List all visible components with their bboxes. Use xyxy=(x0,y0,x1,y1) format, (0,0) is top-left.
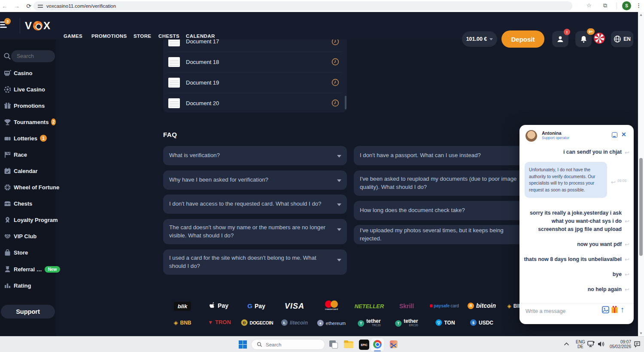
nav-link-games[interactable]: GAMES xyxy=(64,33,82,39)
faq-item[interactable]: I've been asked to reupload my documents… xyxy=(354,170,538,196)
sidebar-item-calendar[interactable]: Calendar xyxy=(0,164,56,177)
document-row[interactable]: Document 18 xyxy=(163,52,347,72)
taskbar-search[interactable] xyxy=(251,339,325,350)
address-bar[interactable]: voxcasino11.com/en/verification xyxy=(33,1,572,11)
slot-machine-icon xyxy=(4,70,11,77)
nav-link-calendar[interactable]: CALENDAR xyxy=(186,33,215,39)
faq-item[interactable]: I've uploaded my photos several times, b… xyxy=(354,225,538,244)
reply-icon[interactable]: ↩ xyxy=(625,286,629,293)
faq-item[interactable]: The card doesn't show my name or the num… xyxy=(163,219,347,244)
reply-icon[interactable]: ↩ xyxy=(625,218,629,225)
snipping-tool-icon[interactable] xyxy=(389,340,399,350)
sidebar-item-casino[interactable]: Casino xyxy=(0,67,56,79)
faq-item[interactable]: What is verification? xyxy=(163,146,347,165)
documents-scrollbar-thumb[interactable] xyxy=(345,96,346,109)
browser-forward-icon[interactable]: → xyxy=(13,2,21,10)
calendar-icon xyxy=(4,167,11,175)
volume-icon[interactable] xyxy=(598,341,605,347)
sidebar-search-input[interactable] xyxy=(11,50,55,62)
scroll-down-icon[interactable]: ▼ xyxy=(639,331,643,335)
balance-dropdown[interactable]: 101.00 € xyxy=(462,31,497,47)
payment-dogecoin: Ð DOGECOIN xyxy=(241,319,273,326)
sidebar-item-store[interactable]: Store xyxy=(0,246,56,259)
windows-start-icon[interactable] xyxy=(239,340,247,349)
vox-logo[interactable]: V X xyxy=(25,20,51,32)
bonus-candy-icon[interactable] xyxy=(594,33,605,44)
reply-icon[interactable]: ↩ xyxy=(625,271,629,278)
faq-item[interactable]: I don't have access to the requested car… xyxy=(163,194,347,214)
chat-message-input[interactable] xyxy=(526,305,590,317)
document-row[interactable]: Document 20 xyxy=(163,93,347,113)
notifications-button[interactable]: 9+ xyxy=(575,31,592,47)
sidebar-item-chests[interactable]: Chests xyxy=(0,197,56,210)
sidebar-item-promotions[interactable]: Promotions xyxy=(0,99,56,112)
file-explorer-icon[interactable] xyxy=(343,340,354,350)
sidebar-item-race[interactable]: Race xyxy=(0,148,56,161)
reply-icon[interactable]: ↩ xyxy=(611,179,616,185)
tray-expand-icon[interactable] xyxy=(564,342,569,346)
attach-image-icon[interactable] xyxy=(602,306,609,313)
chat-minimize-icon[interactable] xyxy=(612,132,617,138)
sidebar-item-rating[interactable]: Rating xyxy=(0,279,56,292)
operator-role: Support operator xyxy=(542,136,569,140)
sidebar-search[interactable] xyxy=(11,50,55,62)
payment-visa: VISA xyxy=(285,302,304,311)
site-header: 3 V X GAMES PROMOTIONS STORE CHESTS CALE… xyxy=(0,12,638,39)
sidebar-item-tournaments[interactable]: Tournaments 2 xyxy=(0,115,56,128)
reply-icon[interactable]: ↩ xyxy=(625,149,629,156)
scrollbar-thumb[interactable] xyxy=(639,158,643,256)
document-row[interactable]: Document 17 xyxy=(163,39,347,52)
browser-back-icon[interactable]: ← xyxy=(1,2,9,10)
sidebar-item-vip-club[interactable]: VIP Club xyxy=(0,230,56,243)
reply-icon[interactable]: ↩ xyxy=(625,256,629,263)
bookmark-star-icon[interactable]: ☆ xyxy=(586,2,592,9)
document-thumbnail xyxy=(168,78,180,88)
chrome-icon[interactable] xyxy=(371,338,384,351)
page-scrollbar[interactable]: ▲ ▼ xyxy=(638,12,644,336)
sidebar-item-referral[interactable]: Referral … New xyxy=(0,263,56,276)
sidebar-item-loyalty-program[interactable]: Loyalty Program xyxy=(0,213,56,226)
task-view-icon[interactable] xyxy=(328,340,339,350)
apple-icon xyxy=(210,302,216,309)
support-button[interactable]: Support xyxy=(1,305,55,319)
sidebar-item-wheel-of-fortune[interactable]: Wheel of Fortune xyxy=(0,181,56,194)
site-settings-icon[interactable] xyxy=(38,4,43,8)
chat-close-icon[interactable]: ✕ xyxy=(621,131,626,138)
nav-link-chests[interactable]: CHESTS xyxy=(158,33,179,39)
browser-menu-icon[interactable]: ⋮ xyxy=(636,2,641,9)
gift-bonus-icon[interactable] xyxy=(611,306,618,313)
profile-button[interactable]: ! xyxy=(552,31,568,47)
epic-games-icon[interactable]: EPIC xyxy=(359,340,369,350)
nav-link-store[interactable]: STORE xyxy=(134,33,151,39)
sidebar-item-live-casino[interactable]: Live Casino xyxy=(0,83,56,96)
scroll-up-icon[interactable]: ▲ xyxy=(639,13,643,17)
document-row[interactable]: Document 19 xyxy=(163,73,347,93)
notification-center-icon[interactable] xyxy=(634,341,641,348)
lotteries-badge: 1 xyxy=(40,135,47,142)
wheel-icon xyxy=(4,184,11,191)
language-selector[interactable]: EN xyxy=(611,31,633,47)
taskbar-search-input[interactable] xyxy=(266,342,317,347)
deposit-button[interactable]: Deposit xyxy=(501,30,544,48)
clock[interactable]: 09:0705/02/2026 xyxy=(606,340,631,349)
faq-item[interactable]: Why have I been asked for verification? xyxy=(163,170,347,190)
bitcoin-icon: B xyxy=(468,303,474,309)
reply-icon[interactable]: ↩ xyxy=(625,241,629,248)
browser-reload-icon[interactable]: ⟳ xyxy=(25,2,33,10)
chat-input-divider xyxy=(519,303,634,303)
input-language-indicator[interactable]: ENGDE xyxy=(576,340,585,349)
ethereum-icon: ♦ xyxy=(317,320,324,326)
sidebar-item-lotteries[interactable]: Lotteries 1 xyxy=(0,132,56,145)
tether-icon: T xyxy=(358,320,364,327)
faq-item[interactable]: How long does the document check take? xyxy=(354,201,538,220)
extensions-icon[interactable]: ⧉ xyxy=(603,2,607,9)
network-icon[interactable] xyxy=(587,341,595,348)
faq-item[interactable]: I used a card for the site which doesn't… xyxy=(163,249,347,275)
nav-link-promotions[interactable]: PROMOTIONS xyxy=(91,33,127,39)
send-message-icon[interactable]: ↑ xyxy=(620,305,625,315)
sidebar-toggle-icon[interactable]: 3 xyxy=(0,21,9,28)
message-timestamp: 09:05 xyxy=(617,179,626,183)
browser-profile-avatar[interactable]: S xyxy=(622,1,631,10)
url-text: voxcasino11.com/en/verification xyxy=(46,3,116,9)
faq-item[interactable]: I don't have a passport. What can I use … xyxy=(354,146,538,165)
